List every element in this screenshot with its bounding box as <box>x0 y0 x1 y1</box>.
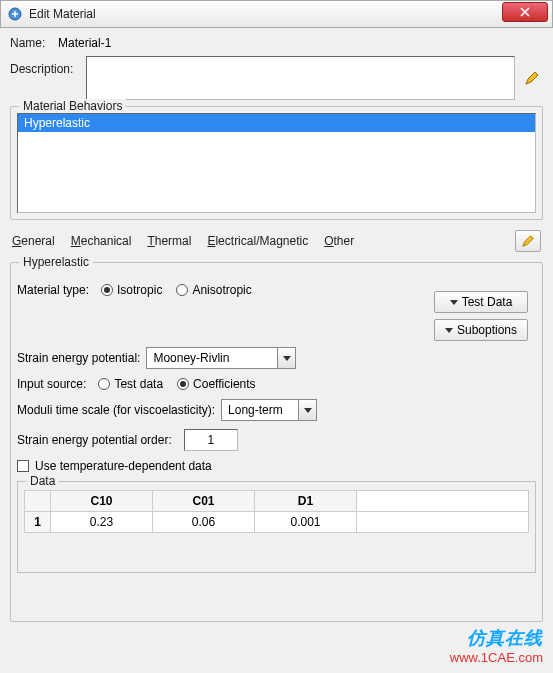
test-data-label: Test Data <box>462 295 513 309</box>
caret-down-icon <box>450 300 458 305</box>
tab-mechanical[interactable]: Mechanical <box>71 234 132 248</box>
window-title: Edit Material <box>29 7 502 21</box>
header-c10: C10 <box>51 491 153 511</box>
row-num: 1 <box>25 512 51 532</box>
watermark: 仿真在线 www.1CAE.com <box>450 626 543 665</box>
cell-c01[interactable]: 0.06 <box>153 512 255 532</box>
moduli-value: Long-term <box>228 403 283 417</box>
test-data-button[interactable]: Test Data <box>434 291 528 313</box>
isotropic-label: Isotropic <box>117 283 162 297</box>
header-c01: C01 <box>153 491 255 511</box>
description-label: Description: <box>10 56 86 76</box>
coefficients-label: Coefficients <box>193 377 255 391</box>
title-bar: Edit Material <box>0 0 553 28</box>
moduli-row: Moduli time scale (for viscoelasticity):… <box>17 399 536 421</box>
caret-down-icon <box>445 328 453 333</box>
test-data-radio[interactable] <box>98 378 110 390</box>
suboptions-label: Suboptions <box>457 323 517 337</box>
header-d1: D1 <box>255 491 357 511</box>
header-rownum <box>25 491 51 511</box>
edit-behavior-button[interactable] <box>515 230 541 252</box>
coefficients-radio[interactable] <box>177 378 189 390</box>
name-row: Name: Material-1 <box>10 36 543 50</box>
dropdown-arrow-icon <box>298 400 316 420</box>
order-input[interactable]: 1 <box>184 429 238 451</box>
moduli-select[interactable]: Long-term <box>221 399 317 421</box>
tab-other[interactable]: Other <box>324 234 354 248</box>
edit-description-button[interactable] <box>521 67 543 89</box>
hyperelastic-fieldset: Hyperelastic Test Data Suboptions Materi… <box>10 262 543 622</box>
behaviors-list[interactable]: Hyperelastic <box>17 113 536 213</box>
hyperelastic-legend: Hyperelastic <box>19 255 93 269</box>
strain-potential-row: Strain energy potential: Mooney-Rivlin <box>17 347 536 369</box>
tab-thermal[interactable]: Thermal <box>147 234 191 248</box>
behavior-item-hyperelastic[interactable]: Hyperelastic <box>18 114 535 132</box>
tab-general[interactable]: General <box>12 234 55 248</box>
data-fieldset: Data C10 C01 D1 1 0.23 0.06 0.001 <box>17 481 536 573</box>
watermark-line1: 仿真在线 <box>450 626 543 650</box>
temp-dep-label: Use temperature-dependent data <box>35 459 212 473</box>
temp-dep-checkbox[interactable] <box>17 460 29 472</box>
dropdown-arrow-icon <box>277 348 295 368</box>
anisotropic-radio[interactable] <box>176 284 188 296</box>
material-behaviors-legend: Material Behaviors <box>19 99 126 113</box>
order-row: Strain energy potential order: 1 <box>17 429 536 451</box>
dialog-content: Name: Material-1 Description: Material B… <box>0 28 553 636</box>
strain-potential-value: Mooney-Rivlin <box>153 351 229 365</box>
temp-dep-row: Use temperature-dependent data <box>17 459 536 473</box>
watermark-line2: www.1CAE.com <box>450 650 543 665</box>
material-behaviors-fieldset: Material Behaviors Hyperelastic <box>10 106 543 220</box>
cell-d1[interactable]: 0.001 <box>255 512 357 532</box>
material-type-label: Material type: <box>17 283 89 297</box>
name-value: Material-1 <box>58 36 111 50</box>
tab-electrical[interactable]: Electrical/Magnetic <box>207 234 308 248</box>
app-icon <box>7 6 23 22</box>
isotropic-radio[interactable] <box>101 284 113 296</box>
input-source-label: Input source: <box>17 377 86 391</box>
order-label: Strain energy potential order: <box>17 433 172 447</box>
cell-c10[interactable]: 0.23 <box>51 512 153 532</box>
strain-potential-select[interactable]: Mooney-Rivlin <box>146 347 296 369</box>
description-input[interactable] <box>86 56 515 100</box>
close-button[interactable] <box>502 2 548 22</box>
test-data-opt-label: Test data <box>114 377 163 391</box>
input-source-row: Input source: Test data Coefficients <box>17 377 536 391</box>
description-row: Description: <box>10 56 543 100</box>
strain-potential-label: Strain energy potential: <box>17 351 140 365</box>
anisotropic-label: Anisotropic <box>192 283 251 297</box>
data-legend: Data <box>26 474 59 488</box>
suboptions-button[interactable]: Suboptions <box>434 319 528 341</box>
category-menu: General Mechanical Thermal Electrical/Ma… <box>10 226 543 256</box>
table-row[interactable]: 1 0.23 0.06 0.001 <box>24 512 529 533</box>
moduli-label: Moduli time scale (for viscoelasticity): <box>17 403 215 417</box>
name-label: Name: <box>10 36 54 50</box>
table-header: C10 C01 D1 <box>24 490 529 512</box>
